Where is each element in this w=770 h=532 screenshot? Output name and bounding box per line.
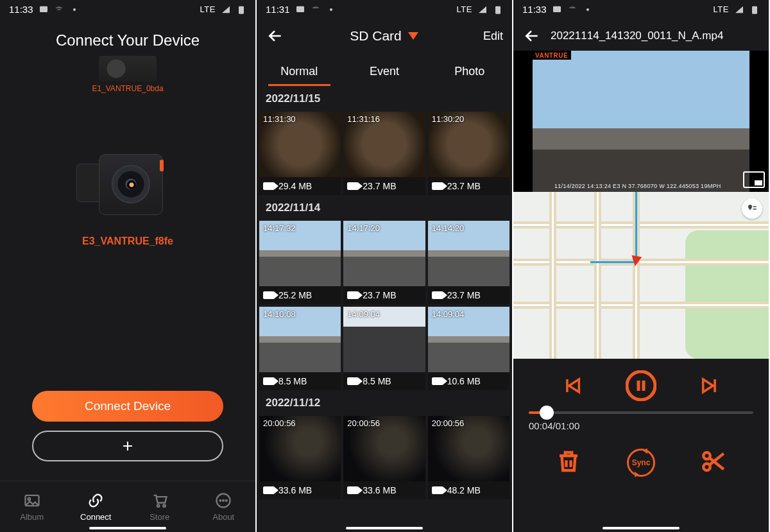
tab-event[interactable]: Event (342, 57, 427, 86)
svg-point-12 (330, 8, 332, 11)
nav-connect[interactable]: Connect (64, 481, 128, 532)
video-thumb[interactable]: 14:17:32 25.2 MB (259, 221, 341, 304)
prev-button[interactable] (561, 375, 583, 399)
svg-point-10 (226, 500, 227, 501)
battery-icon (236, 4, 246, 15)
connect-device-button[interactable]: Connect Device (32, 391, 223, 422)
prior-device-label: E1_VANTRUE_0bda (0, 84, 255, 93)
edit-button[interactable]: Edit (483, 30, 503, 43)
home-indicator (89, 527, 166, 529)
video-icon (347, 377, 359, 385)
svg-point-8 (220, 500, 221, 501)
wifi-icon (567, 4, 578, 15)
scissors-icon (700, 448, 727, 475)
screen-playback: 11:33 LTE 20221114_141320_0011_N_A.mp4 V… (513, 0, 770, 532)
back-button[interactable] (522, 26, 542, 46)
playback-time: 00:04/01:00 (529, 420, 753, 431)
svg-point-23 (703, 464, 710, 471)
map-marker-list-button[interactable] (742, 198, 762, 219)
video-icon (263, 182, 275, 190)
video-thumb[interactable]: 14:09:04 8.5 MB (343, 307, 425, 390)
back-arrow-icon (267, 28, 284, 44)
video-icon (347, 291, 359, 299)
tab-photo[interactable]: Photo (427, 57, 512, 86)
messages-icon (38, 4, 49, 15)
video-thumb[interactable]: 14:17:20 23.7 MB (343, 221, 425, 304)
status-time: 11:31 (266, 4, 290, 15)
status-time: 11:33 (9, 4, 33, 15)
prior-device[interactable]: E1_VANTRUE_0bda (0, 56, 255, 93)
watermark: VANTRUE (535, 52, 568, 59)
battery-icon (749, 4, 760, 15)
video-thumb[interactable]: 14:09:04 10.6 MB (428, 307, 509, 390)
selected-device[interactable]: E3_VANTRUE_f8fe (0, 151, 255, 247)
video-thumb[interactable]: 14:14:20 23.7 MB (428, 221, 509, 304)
video-icon (432, 377, 443, 385)
date-header: 2022/11/15 (257, 86, 512, 112)
svg-point-15 (586, 8, 589, 11)
video-thumb[interactable]: 11:31:16 23.7 MB (343, 112, 425, 195)
sync-button[interactable]: Sync (627, 449, 655, 477)
video-player[interactable]: VANTRUE 11/14/2022 14:13:24 E3 N 37.7680… (513, 51, 769, 192)
video-icon (263, 377, 275, 385)
svg-point-5 (157, 504, 160, 507)
status-bar: 11:33 LTE (513, 0, 769, 17)
add-device-button[interactable]: + (32, 431, 223, 461)
video-icon (263, 291, 275, 299)
settings-icon (69, 4, 80, 15)
settings-icon (326, 4, 336, 15)
network-label: LTE (457, 4, 472, 14)
trash-icon (555, 448, 582, 475)
video-thumb[interactable]: 20:00:56 33.6 MB (343, 416, 425, 499)
delete-button[interactable] (555, 448, 582, 477)
device-image (76, 151, 179, 221)
gps-arrow-icon (630, 255, 642, 268)
screen-connect-device: 11:33 LTE Connect Your Device E1_VANTRUE… (0, 0, 257, 532)
sync-icon: Sync (627, 449, 655, 477)
pip-button[interactable] (743, 171, 765, 188)
pause-icon (626, 370, 656, 401)
video-thumb[interactable]: 20:00:56 33.6 MB (259, 416, 341, 499)
screen-sd-card: 11:31 LTE SD Card Edit Normal Event Phot… (257, 0, 513, 532)
playback-controls (513, 359, 769, 408)
video-thumb[interactable]: 11:31:30 29.4 MB (259, 112, 341, 195)
map-view[interactable] (513, 192, 769, 359)
trim-button[interactable] (700, 448, 727, 477)
home-indicator (346, 527, 423, 529)
messages-icon (552, 4, 562, 15)
signal-icon (221, 4, 231, 15)
signal-icon (734, 4, 744, 15)
video-thumb[interactable]: 14:10:08 8.5 MB (259, 307, 341, 390)
video-icon (263, 486, 275, 494)
next-button[interactable] (699, 375, 721, 399)
cart-icon (151, 492, 169, 510)
wifi-icon (54, 4, 64, 15)
svg-point-4 (28, 498, 30, 501)
video-list[interactable]: 2022/11/15 11:31:30 29.4 MB 11:31:16 23.… (257, 86, 512, 532)
media-tabs: Normal Event Photo (257, 57, 512, 86)
signal-icon (477, 4, 488, 15)
file-name: 20221114_141320_0011_N_A.mp4 (551, 30, 760, 42)
pause-button[interactable] (626, 370, 656, 404)
svg-rect-17 (753, 206, 757, 207)
bottom-nav: Album Connect Store About (0, 481, 255, 532)
action-row: Sync (513, 434, 769, 477)
page-title: Connect Your Device (0, 31, 255, 49)
nav-store[interactable]: Store (128, 481, 192, 532)
nav-about[interactable]: About (192, 481, 256, 532)
scrubber-knob[interactable] (540, 406, 554, 420)
back-button[interactable] (266, 26, 285, 46)
svg-rect-0 (40, 6, 47, 12)
video-icon (347, 182, 359, 190)
skip-prev-icon (561, 375, 583, 397)
status-time: 11:33 (522, 4, 547, 15)
video-thumb[interactable]: 11:30:20 23.7 MB (428, 112, 509, 195)
battery-icon (493, 4, 503, 15)
storage-source-dropdown[interactable]: SD Card (294, 28, 474, 44)
video-thumb[interactable]: 20:00:56 48.2 MB (428, 416, 509, 499)
scrubber[interactable]: 00:04/01:00 (513, 408, 769, 434)
svg-point-19 (627, 372, 655, 400)
tab-normal[interactable]: Normal (257, 57, 342, 86)
nav-album[interactable]: Album (0, 481, 64, 532)
svg-rect-16 (752, 6, 757, 13)
